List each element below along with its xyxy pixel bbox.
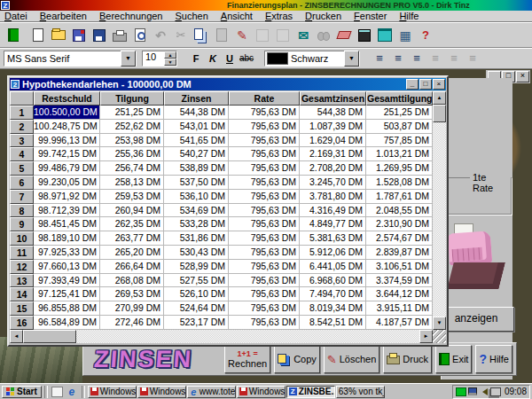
cell[interactable]: 795,63 DM <box>229 147 300 161</box>
bold-button[interactable]: F <box>188 51 204 66</box>
cell[interactable]: 1.528,08 DM <box>366 176 433 190</box>
cell[interactable]: 251,25 DM <box>366 106 433 120</box>
menu-fenster[interactable]: Fenster <box>354 11 387 21</box>
scroll-left-icon[interactable]: ◄ <box>10 330 23 343</box>
cell[interactable]: 795,63 DM <box>229 301 300 316</box>
cell[interactable]: 259,53 DM <box>100 190 164 204</box>
horizontal-scroll-thumb[interactable] <box>23 330 76 343</box>
row-number[interactable]: 10 <box>10 231 34 246</box>
cell[interactable]: 795,63 DM <box>229 316 300 330</box>
close-icon[interactable]: × <box>433 79 445 90</box>
cell[interactable]: 98.712,39 DM <box>34 204 100 218</box>
cell[interactable]: 2.048,55 DM <box>366 204 433 218</box>
cell[interactable]: 795,63 DM <box>229 260 300 274</box>
cell[interactable]: 260,94 DM <box>100 204 164 218</box>
row-number[interactable]: 9 <box>10 217 34 231</box>
cell[interactable]: 543,01 DM <box>164 120 229 134</box>
row-number[interactable]: 13 <box>10 274 34 288</box>
row-number[interactable]: 6 <box>10 176 34 190</box>
taskbar-task[interactable]: Windows C... <box>88 386 137 398</box>
cell[interactable]: 269,53 DM <box>100 287 164 301</box>
chevron-down-icon[interactable]: ▼ <box>121 51 136 66</box>
cell[interactable]: 100.500,00 DM <box>34 106 100 120</box>
calculator-icon[interactable] <box>355 26 374 45</box>
brush-icon[interactable]: ✎ <box>232 26 252 45</box>
cell[interactable]: 6.441,05 DM <box>300 260 366 274</box>
cell[interactable]: 544,38 DM <box>164 106 229 120</box>
cell[interactable]: 1.787,61 DM <box>366 190 433 204</box>
scroll-up-icon[interactable]: ▲ <box>433 91 446 105</box>
save-icon[interactable] <box>90 26 109 45</box>
volume-icon[interactable] <box>479 388 488 395</box>
cell[interactable]: 4.316,49 DM <box>300 204 366 218</box>
cell[interactable]: 6.968,60 DM <box>300 274 366 288</box>
cell[interactable]: 2.839,87 DM <box>366 246 433 260</box>
cell[interactable]: 530,43 DM <box>164 246 229 260</box>
cell[interactable]: 3.915,11 DM <box>366 301 433 316</box>
menu-extras[interactable]: Extras <box>265 11 293 21</box>
column-header[interactable]: Restschuld <box>34 91 100 106</box>
corner-header[interactable] <box>10 91 34 106</box>
cell[interactable]: 3.245,70 DM <box>300 176 366 190</box>
cell[interactable]: 2.574,67 DM <box>366 231 433 246</box>
cell[interactable]: 1.269,95 DM <box>366 161 433 176</box>
menu-drucken[interactable]: Drucken <box>305 11 341 21</box>
cell[interactable]: 795,63 DM <box>229 190 300 204</box>
cell[interactable]: 3.106,51 DM <box>366 260 433 274</box>
cell[interactable]: 524,64 DM <box>164 301 229 316</box>
cell[interactable]: 795,63 DM <box>229 217 300 231</box>
show-desktop-icon[interactable] <box>51 386 64 397</box>
cell[interactable]: 99.230,05 DM <box>34 176 100 190</box>
save-as-icon[interactable] <box>69 26 89 45</box>
taskbar-task[interactable]: ZZINSBE... <box>286 386 335 398</box>
cell[interactable]: 2.310,90 DM <box>366 217 433 231</box>
row-number[interactable]: 16 <box>10 316 34 330</box>
open-file-icon[interactable] <box>49 26 68 45</box>
cell[interactable]: 757,85 DM <box>366 134 433 148</box>
cell[interactable]: 795,63 DM <box>229 274 300 288</box>
cell[interactable]: 266,64 DM <box>100 260 164 274</box>
cell[interactable]: 536,10 DM <box>164 190 229 204</box>
cell[interactable]: 100.248,75 DM <box>34 120 100 134</box>
cell[interactable]: 795,63 DM <box>229 106 300 120</box>
cell[interactable]: 97.125,41 DM <box>34 287 100 301</box>
cell[interactable]: 258,13 DM <box>100 176 164 190</box>
cell[interactable]: 98.189,10 DM <box>34 231 100 246</box>
column-header[interactable]: Tilgung <box>100 91 164 106</box>
cell[interactable]: 528,99 DM <box>164 260 229 274</box>
cell[interactable]: 533,28 DM <box>164 217 229 231</box>
menu-berechnungen[interactable]: Berechnungen <box>99 11 163 21</box>
cell[interactable]: 795,63 DM <box>229 231 300 246</box>
cell[interactable]: 503,87 DM <box>366 120 433 134</box>
align-left-button[interactable]: ≡ <box>371 51 388 66</box>
cell[interactable]: 3.644,12 DM <box>366 287 433 301</box>
display-settings-icon[interactable] <box>468 387 477 395</box>
cell[interactable]: 540,27 DM <box>164 147 229 161</box>
scroll-right-icon[interactable]: ► <box>419 330 433 343</box>
column-header[interactable]: Gesamttilgung <box>366 91 433 106</box>
cell[interactable]: 8.542,51 DM <box>300 316 366 330</box>
taskbar-task[interactable]: ewww.toten... <box>187 386 236 398</box>
loeschen-button[interactable]: ✎Löschen <box>324 345 380 373</box>
row-number[interactable]: 14 <box>10 287 34 301</box>
cell[interactable]: 255,36 DM <box>100 147 164 161</box>
cell[interactable]: 523,17 DM <box>164 316 229 330</box>
menu-bearbeiten[interactable]: Bearbeiten <box>40 11 87 21</box>
row-number[interactable]: 11 <box>10 246 34 260</box>
cell[interactable]: 4.849,77 DM <box>300 217 366 231</box>
cell[interactable]: 268,08 DM <box>100 274 164 288</box>
cell[interactable]: 795,63 DM <box>229 161 300 176</box>
row-number[interactable]: 7 <box>10 190 34 204</box>
resize-grip[interactable] <box>433 330 446 343</box>
cell[interactable]: 98.971,92 DM <box>34 190 100 204</box>
cell[interactable]: 3.374,59 DM <box>366 274 433 288</box>
cell[interactable]: 5.381,63 DM <box>300 231 366 246</box>
spin-up-icon[interactable]: ▲ <box>164 51 176 59</box>
window-icon[interactable] <box>375 26 395 45</box>
cell[interactable]: 252,62 DM <box>100 120 164 134</box>
cell[interactable]: 527,55 DM <box>164 274 229 288</box>
cell[interactable]: 3.781,80 DM <box>300 190 366 204</box>
row-number[interactable]: 2 <box>10 120 34 134</box>
column-header[interactable]: Rate <box>229 91 300 106</box>
close-icon[interactable]: × <box>516 71 529 82</box>
